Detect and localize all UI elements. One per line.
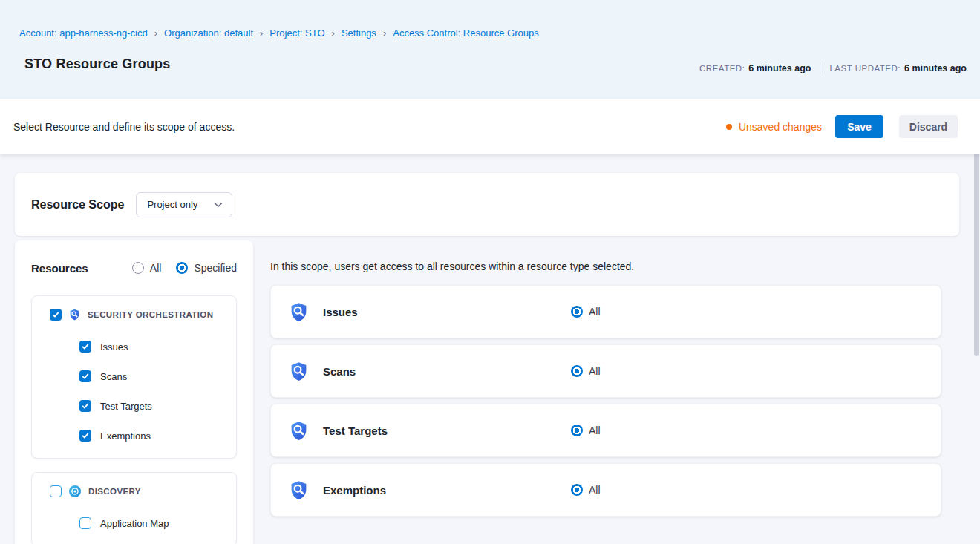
resources-panel: Resources All Specified xyxy=(15,240,253,544)
group-label: DISCOVERY xyxy=(88,487,141,496)
meta-divider xyxy=(820,62,820,74)
chevron-right-icon: › xyxy=(383,27,386,39)
checkbox-application-map[interactable] xyxy=(79,517,91,529)
tree-row[interactable]: SECURITY ORCHESTRATION xyxy=(32,304,236,326)
radio-all-access[interactable] xyxy=(571,365,583,377)
resources-title: Resources xyxy=(31,262,88,275)
resource-card-scans: Scans All xyxy=(270,344,941,398)
page-header: Account: app-harness-ng-cicd › Organizat… xyxy=(0,0,980,99)
created-value: 6 minutes ago xyxy=(748,63,811,73)
access-radio-group: All xyxy=(571,484,601,496)
resource-card-test-targets: Test Targets All xyxy=(270,404,941,457)
save-button[interactable]: Save xyxy=(835,115,883,138)
child-label: Scans xyxy=(100,371,127,382)
chevron-down-icon xyxy=(214,202,223,208)
created-label: CREATED: xyxy=(699,64,745,73)
last-updated-value: 6 minutes ago xyxy=(904,63,967,73)
radio-all-access[interactable] xyxy=(571,306,583,318)
resource-card-label: Scans xyxy=(323,365,356,378)
tree-row[interactable]: Test Targets xyxy=(32,391,236,421)
radio-icon[interactable] xyxy=(176,262,188,274)
unsaved-dot-icon xyxy=(726,124,732,130)
access-radio-group: All xyxy=(571,306,601,318)
radio-specified-label: Specified xyxy=(194,262,237,274)
access-radio-group: All xyxy=(571,425,601,436)
breadcrumb: Account: app-harness-ng-cicd › Organizat… xyxy=(19,27,539,39)
radio-all-label: All xyxy=(150,262,162,274)
resource-card-label: Test Targets xyxy=(323,425,388,437)
checkbox-security-orchestration[interactable] xyxy=(50,309,62,321)
tree-row[interactable]: Exemptions xyxy=(32,421,236,450)
tree-row[interactable]: Issues xyxy=(32,332,236,361)
last-updated-label: LAST UPDATED: xyxy=(829,64,901,73)
scope-description: In this scope, users get access to all r… xyxy=(270,260,634,272)
chevron-right-icon: › xyxy=(332,27,335,39)
check-icon xyxy=(81,372,90,381)
shield-search-icon xyxy=(290,302,308,322)
checkbox-discovery[interactable] xyxy=(50,485,62,497)
radio-all-access[interactable] xyxy=(571,484,583,496)
resource-card-label: Exemptions xyxy=(323,484,386,497)
scrollbar-thumb[interactable] xyxy=(974,152,979,356)
checkbox-test-targets[interactable] xyxy=(79,400,91,412)
breadcrumb-organization[interactable]: Organization: default xyxy=(164,27,253,39)
resource-group-discovery: DISCOVERY Application Map xyxy=(31,472,237,544)
save-bar: Select Resource and define its scope of … xyxy=(0,99,980,154)
child-label: Test Targets xyxy=(100,401,152,412)
radio-all-access[interactable] xyxy=(571,425,583,436)
checkbox-exemptions[interactable] xyxy=(79,430,91,442)
breadcrumb-account[interactable]: Account: app-harness-ng-cicd xyxy=(19,27,148,39)
resource-group-security-orchestration: SECURITY ORCHESTRATION Issues Scans Test… xyxy=(31,295,237,459)
check-icon xyxy=(81,342,90,351)
radio-specified[interactable]: Specified xyxy=(176,262,237,274)
checkbox-scans[interactable] xyxy=(79,370,91,382)
resource-card-issues: Issues All xyxy=(270,285,941,338)
chevron-right-icon: › xyxy=(260,27,263,39)
resource-card-exemptions: Exemptions All xyxy=(270,463,941,517)
chevron-right-icon: › xyxy=(154,27,157,39)
page-title: STO Resource Groups xyxy=(24,56,171,72)
resource-scope-value: Project only xyxy=(147,199,197,210)
resources-mode-radio-group: All Specified xyxy=(117,262,237,274)
check-icon xyxy=(81,431,90,440)
save-bar-description: Select Resource and define its scope of … xyxy=(13,121,235,133)
unsaved-changes-label: Unsaved changes xyxy=(739,121,822,133)
shield-search-icon xyxy=(290,421,308,441)
resource-scope-card: Resource Scope Project only xyxy=(15,173,959,236)
discard-button[interactable]: Discard xyxy=(899,115,958,138)
access-label: All xyxy=(589,425,601,436)
check-icon xyxy=(51,310,60,319)
breadcrumb-access-control[interactable]: Access Control: Resource Groups xyxy=(393,27,539,39)
child-label: Exemptions xyxy=(100,430,151,442)
access-label: All xyxy=(589,306,601,318)
shield-search-icon xyxy=(69,309,80,321)
radar-icon xyxy=(69,485,81,497)
access-label: All xyxy=(589,484,601,496)
resource-scope-label: Resource Scope xyxy=(31,198,124,212)
header-meta: CREATED: 6 minutes ago LAST UPDATED: 6 m… xyxy=(699,62,967,74)
resource-card-label: Issues xyxy=(323,306,358,318)
radio-icon[interactable] xyxy=(132,262,144,274)
breadcrumb-project[interactable]: Project: STO xyxy=(270,27,324,39)
tree-row[interactable]: DISCOVERY xyxy=(32,480,236,502)
breadcrumb-settings[interactable]: Settings xyxy=(342,27,376,39)
child-label: Application Map xyxy=(100,518,169,529)
shield-search-icon xyxy=(290,480,308,500)
tree-row[interactable]: Application Map xyxy=(32,508,236,538)
shield-search-icon xyxy=(290,361,308,381)
access-radio-group: All xyxy=(571,365,601,377)
tree-row[interactable]: Scans xyxy=(32,361,236,391)
check-icon xyxy=(81,402,90,410)
checkbox-issues[interactable] xyxy=(79,341,91,353)
child-label: Issues xyxy=(100,341,128,353)
access-label: All xyxy=(589,365,601,377)
radio-all[interactable]: All xyxy=(132,262,162,274)
resource-scope-select[interactable]: Project only xyxy=(136,192,232,217)
group-label: SECURITY ORCHESTRATION xyxy=(88,310,213,319)
